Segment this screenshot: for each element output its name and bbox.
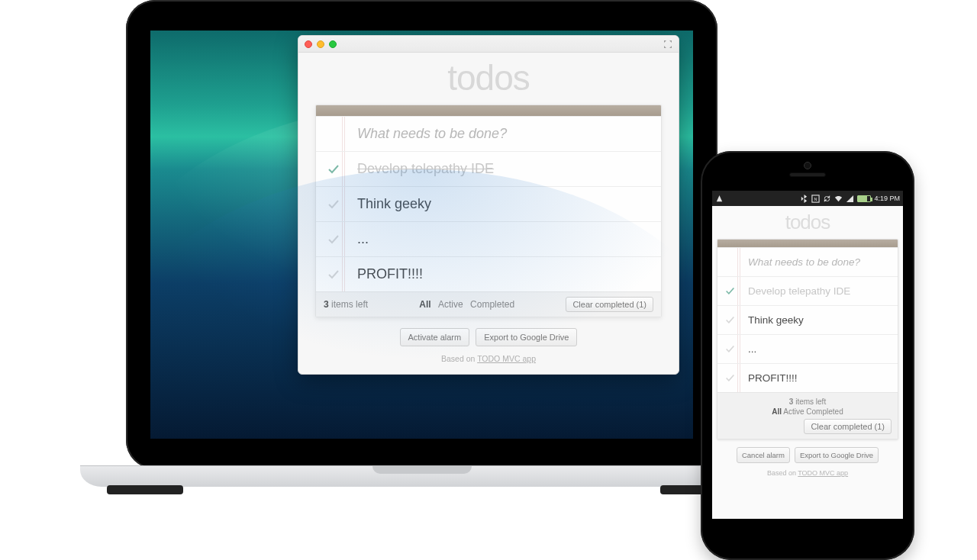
clear-completed-button[interactable]: Clear completed (1) bbox=[566, 297, 653, 312]
checkmark-icon[interactable] bbox=[322, 198, 345, 211]
todo-item-label[interactable]: PROFIT!!!! bbox=[748, 372, 798, 384]
window-close-button[interactable] bbox=[305, 40, 312, 48]
status-time: 4:19 PM bbox=[874, 195, 900, 202]
activate-alarm-button[interactable]: Activate alarm bbox=[400, 328, 470, 346]
carrier-icon bbox=[715, 195, 724, 203]
todo-item[interactable]: PROFIT!!!! bbox=[316, 256, 661, 291]
new-todo-input[interactable]: What needs to be done? bbox=[748, 256, 860, 268]
todo-item-label[interactable]: ... bbox=[748, 343, 756, 355]
checkmark-icon[interactable] bbox=[721, 315, 739, 325]
window-minimize-button[interactable] bbox=[317, 40, 324, 48]
todo-item[interactable]: Develop telepathy IDE bbox=[316, 151, 661, 186]
nfc-icon: N bbox=[811, 195, 820, 203]
app-title: todos bbox=[717, 211, 898, 234]
laptop-frame: todos What needs to be done? Develop tel bbox=[80, 0, 763, 519]
action-row: Cancel alarm Export to Google Drive bbox=[717, 447, 898, 463]
filter-all[interactable]: All bbox=[419, 299, 430, 310]
todo-item[interactable]: Think geeky bbox=[717, 305, 898, 334]
export-gdrive-button[interactable]: Export to Google Drive bbox=[795, 447, 879, 463]
phone-speaker bbox=[789, 172, 826, 177]
window-zoom-button[interactable] bbox=[329, 40, 337, 48]
todos-app-window: todos What needs to be done? Develop tel bbox=[298, 35, 679, 375]
wifi-icon bbox=[834, 195, 843, 203]
todo-list-card: What needs to be done? Develop telepathy… bbox=[315, 105, 662, 317]
laptop-base bbox=[80, 465, 763, 487]
sync-icon bbox=[823, 195, 831, 203]
filter-group: All Active Completed bbox=[724, 407, 892, 416]
fullscreen-icon[interactable] bbox=[663, 40, 672, 49]
window-titlebar[interactable] bbox=[298, 36, 679, 53]
todomvc-link[interactable]: TODO MVC app bbox=[798, 469, 848, 477]
checkmark-icon[interactable] bbox=[322, 233, 345, 246]
todomvc-link[interactable]: TODO MVC app bbox=[477, 354, 536, 363]
todo-item-label[interactable]: Develop telepathy IDE bbox=[748, 285, 850, 297]
export-gdrive-button[interactable]: Export to Google Drive bbox=[476, 328, 577, 346]
checkmark-icon[interactable] bbox=[322, 269, 345, 281]
card-header-strip bbox=[717, 240, 898, 247]
items-left-count: 3 items left bbox=[724, 397, 892, 406]
action-row: Activate alarm Export to Google Drive bbox=[315, 328, 662, 346]
todo-item[interactable]: Develop telepathy IDE bbox=[717, 276, 898, 305]
clear-completed-button[interactable]: Clear completed (1) bbox=[804, 419, 892, 434]
todo-item-label[interactable]: Think geeky bbox=[748, 314, 804, 326]
list-footer: 3 items left All Active Completed Clear … bbox=[316, 291, 661, 317]
filter-completed[interactable]: Completed bbox=[806, 407, 843, 416]
todo-item-label[interactable]: Develop telepathy IDE bbox=[357, 161, 494, 177]
phone-frame: N 4:19 PM todos What needs to be done? bbox=[701, 151, 914, 560]
cancel-alarm-button[interactable]: Cancel alarm bbox=[737, 447, 790, 463]
list-footer: 3 items left All Active Completed Clear … bbox=[717, 392, 898, 439]
svg-text:N: N bbox=[814, 197, 817, 201]
items-left-count: 3 items left bbox=[324, 299, 368, 310]
app-title: todos bbox=[315, 57, 662, 98]
checkmark-icon[interactable] bbox=[721, 344, 739, 354]
filter-completed[interactable]: Completed bbox=[470, 299, 514, 310]
laptop-foot bbox=[107, 485, 183, 494]
todo-item-label[interactable]: ... bbox=[357, 231, 369, 247]
filter-all[interactable]: All bbox=[772, 407, 782, 416]
todo-item-label[interactable]: Think geeky bbox=[357, 196, 431, 212]
credit-line: Based on TODO MVC app bbox=[315, 354, 662, 363]
todo-item[interactable]: PROFIT!!!! bbox=[717, 363, 898, 392]
todo-item[interactable]: ... bbox=[316, 221, 661, 256]
todo-list-card: What needs to be done? Develop telepathy… bbox=[717, 239, 898, 439]
new-todo-input[interactable]: What needs to be done? bbox=[357, 126, 507, 142]
bluetooth-icon bbox=[800, 195, 808, 203]
android-status-bar: N 4:19 PM bbox=[712, 191, 903, 206]
new-todo-row[interactable]: What needs to be done? bbox=[717, 247, 898, 276]
todo-item[interactable]: Think geeky bbox=[316, 186, 661, 221]
card-header-strip bbox=[316, 105, 661, 116]
todo-item[interactable]: ... bbox=[717, 334, 898, 363]
battery-icon bbox=[857, 195, 871, 202]
signal-icon bbox=[846, 195, 854, 203]
filter-active[interactable]: Active bbox=[438, 299, 463, 310]
credit-line: Based on TODO MVC app bbox=[717, 469, 898, 477]
new-todo-row[interactable]: What needs to be done? bbox=[316, 116, 661, 151]
todo-item-label[interactable]: PROFIT!!!! bbox=[357, 266, 423, 282]
laptop-desktop-wallpaper: todos What needs to be done? Develop tel bbox=[150, 31, 693, 439]
checkmark-icon[interactable] bbox=[721, 286, 739, 296]
phone-camera bbox=[804, 162, 811, 169]
filter-active[interactable]: Active bbox=[783, 407, 804, 416]
phone-screen: N 4:19 PM todos What needs to be done? bbox=[712, 191, 903, 519]
checkmark-icon[interactable] bbox=[721, 373, 739, 383]
filter-group: All Active Completed bbox=[368, 299, 566, 310]
